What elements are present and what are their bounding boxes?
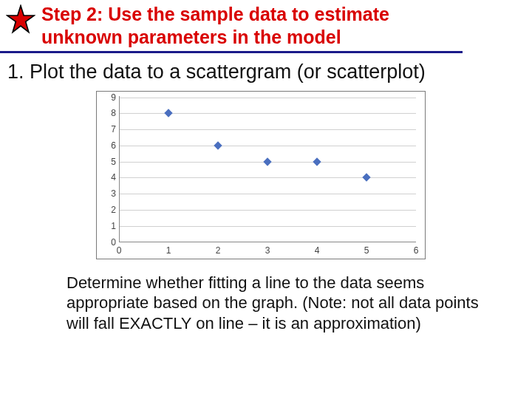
gridline [119,113,416,114]
gridline [119,177,416,178]
x-tick-label: 3 [265,245,270,256]
y-tick-label: 8 [103,108,116,118]
y-tick-label: 0 [103,237,116,248]
y-tick-label: 1 [103,221,116,231]
x-tick-label: 2 [216,245,221,256]
data-point [214,141,222,149]
y-tick-label: 9 [103,92,116,103]
y-tick-label: 7 [103,124,116,134]
svg-marker-0 [7,6,35,33]
y-tick-label: 3 [103,188,116,199]
data-point [164,109,172,117]
gridline [119,129,416,130]
title-line-2: unknown parameters in the model [41,27,341,47]
x-tick-label: 1 [166,245,171,256]
y-tick-label: 5 [103,157,116,167]
data-point [263,157,271,166]
data-point [313,157,321,166]
step-header: Step 2: Use the sample data to estimate … [0,0,463,53]
x-tick-label: 4 [315,245,320,256]
title-line-1: Step 2: Use the sample data to estimate [41,4,389,24]
y-tick-label: 6 [103,140,116,151]
gridline [119,194,416,194]
list-item-1: 1. Plot the data to a scattergram (or sc… [0,53,532,88]
y-tick-label: 2 [103,205,116,215]
gridline [119,146,416,146]
x-tick-label: 6 [414,245,419,256]
star-icon [6,4,35,34]
x-tick-label: 0 [117,245,122,256]
gridline [119,226,416,227]
gridline [119,210,416,211]
y-axis [119,96,120,242]
caption-text: Determine whether fitting a line to the … [0,259,532,341]
step-title: Step 2: Use the sample data to estimate … [41,3,389,50]
data-point [362,174,370,182]
gridline [119,98,416,98]
x-tick-label: 5 [364,245,369,256]
scatter-chart: 01234567890123456 [96,91,426,259]
y-tick-label: 4 [103,172,116,183]
x-axis [119,242,416,242]
